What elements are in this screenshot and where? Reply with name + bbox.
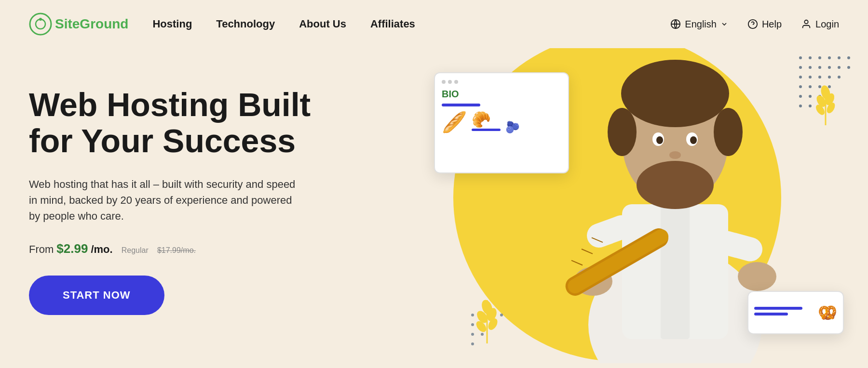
wheat-left-icon — [473, 295, 502, 349]
user-icon — [801, 19, 812, 29]
start-now-button[interactable]: START NOW — [29, 276, 164, 315]
svg-line-73 — [571, 257, 583, 269]
svg-point-14 — [818, 66, 821, 69]
hero-subtitle: Web hosting that has it all – built with… — [29, 176, 299, 224]
bread-icon: 🥖 — [442, 110, 467, 134]
nav-links: Hosting Technology About Us Affiliates — [152, 18, 670, 30]
svg-rect-56 — [661, 204, 690, 339]
mobile-card-lines — [754, 307, 813, 318]
hero-content: Web Hosting Built for Your Success Web h… — [29, 77, 328, 315]
price-value: $2.99 — [56, 241, 88, 256]
bio-card-line — [442, 104, 480, 106]
bio-card-content: 🥖 🥐 🫐 — [442, 110, 561, 134]
svg-point-58 — [621, 60, 729, 127]
nav-right: English Help Login — [670, 19, 839, 30]
pretzel-icon: 🥨 — [818, 303, 837, 322]
blueberry-icon: 🫐 — [505, 120, 520, 134]
wheat-right-icon — [813, 82, 839, 131]
login-link[interactable]: Login — [801, 19, 839, 30]
help-icon — [747, 19, 758, 29]
help-link[interactable]: Help — [747, 19, 782, 30]
svg-point-10 — [838, 56, 841, 59]
svg-point-22 — [838, 76, 841, 79]
svg-point-61 — [637, 161, 714, 209]
svg-point-0 — [30, 13, 51, 35]
nav-link-affiliates[interactable]: Affiliates — [370, 18, 415, 30]
price-period: /mo. — [91, 243, 112, 256]
nav-link-technology[interactable]: Technology — [216, 18, 275, 30]
svg-point-59 — [608, 108, 637, 156]
mobile-line-1 — [754, 307, 802, 310]
language-selector[interactable]: English — [670, 19, 728, 30]
dot-3 — [454, 80, 458, 84]
nav-link-hosting[interactable]: Hosting — [152, 18, 192, 30]
svg-point-65 — [690, 136, 697, 144]
svg-point-5 — [804, 20, 808, 24]
svg-point-11 — [847, 56, 850, 59]
bio-small-line — [472, 129, 501, 131]
nav-link-about[interactable]: About Us — [299, 18, 346, 30]
svg-point-2 — [39, 18, 42, 21]
mobile-line-2 — [754, 313, 788, 315]
logo-icon — [29, 13, 52, 36]
price-regular-label: Regular — [122, 246, 149, 255]
chevron-down-icon — [720, 20, 728, 28]
logo-text: SiteGround — [55, 16, 128, 32]
price-regular-value: $17.99/mo. — [157, 246, 196, 255]
hero-price: From $2.99/mo. Regular $17.99/mo. — [29, 241, 328, 256]
hero-visual: BIO 🥖 🥐 🫐 — [338, 48, 868, 363]
svg-point-16 — [838, 66, 841, 69]
svg-point-15 — [828, 66, 831, 69]
svg-point-64 — [656, 136, 663, 144]
svg-point-70 — [738, 262, 776, 291]
language-icon — [670, 19, 681, 29]
navbar: SiteGround Hosting Technology About Us A… — [0, 0, 868, 48]
hero-section: Web Hosting Built for Your Success Web h… — [0, 48, 868, 368]
hero-title: Web Hosting Built for Your Success — [29, 87, 328, 159]
svg-point-9 — [828, 56, 831, 59]
svg-point-66 — [669, 151, 681, 159]
svg-point-21 — [828, 76, 831, 79]
mobile-card: 🥨 — [747, 291, 844, 334]
bio-card-dots — [442, 80, 561, 84]
logo[interactable]: SiteGround — [29, 13, 128, 36]
svg-point-17 — [847, 66, 850, 69]
dot-2 — [448, 80, 452, 84]
svg-point-60 — [714, 108, 743, 156]
croissant-icon: 🥐 — [472, 111, 491, 128]
bio-card-title: BIO — [442, 89, 561, 100]
bio-card: BIO 🥖 🥐 🫐 — [434, 72, 569, 173]
svg-line-74 — [582, 246, 593, 258]
dot-1 — [442, 80, 446, 84]
svg-point-8 — [818, 56, 821, 59]
svg-point-20 — [818, 76, 821, 79]
